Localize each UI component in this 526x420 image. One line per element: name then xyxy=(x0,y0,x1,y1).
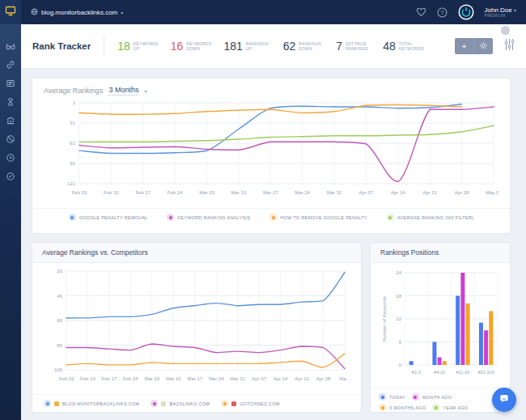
domain-selector[interactable]: blog.monitorbacklinks.com ▾ xyxy=(31,8,123,17)
svg-text:1: 1 xyxy=(73,100,76,105)
chat-button[interactable] xyxy=(492,388,516,412)
stat-label: RANKINGS UP xyxy=(246,41,270,52)
legend-item[interactable]: TODAY xyxy=(379,393,405,401)
link-icon[interactable] xyxy=(6,59,16,70)
legend-item[interactable]: BLOG.MONITORBACKLINKS.COM xyxy=(44,400,139,407)
block-icon[interactable] xyxy=(6,134,16,144)
legend-item[interactable]: GOOGLE PENALTY REMOVAL xyxy=(69,214,148,221)
svg-text:Mar 24: Mar 24 xyxy=(295,190,310,195)
svg-text:Apr 07: Apr 07 xyxy=(359,190,374,195)
avatar[interactable] xyxy=(458,4,474,20)
competitors-chart: Feb 03Feb 10Feb 17Feb 24Mar 03Mar 10Mar … xyxy=(32,263,361,394)
stat-value: 16 xyxy=(171,40,184,53)
stat-value: 62 xyxy=(283,40,296,53)
stat: 62RANKINGS DOWN xyxy=(283,40,324,53)
positions-chart: 06121824#1-3#4-10#11-30#31-100Number of … xyxy=(371,263,510,388)
button-group: + xyxy=(455,38,493,54)
svg-text:106: 106 xyxy=(54,367,63,372)
stat: 71ST PAGE RANKINGS xyxy=(336,40,370,53)
chevron-down-icon: ▾ xyxy=(121,10,123,15)
svg-text:Feb 17: Feb 17 xyxy=(135,190,151,195)
chat-bubble-icon xyxy=(498,392,511,408)
help-icon[interactable]: ? xyxy=(437,7,448,18)
stat-value: 7 xyxy=(336,40,342,53)
filters-icon[interactable] xyxy=(504,38,515,54)
site-favicon-icon xyxy=(54,401,59,406)
svg-text:?: ? xyxy=(440,10,443,16)
average-rankings-chart: Feb 03Feb 10Feb 17Feb 24Mar 03Mar 10Mar … xyxy=(32,96,510,208)
svg-text:Mar 10: Mar 10 xyxy=(166,376,181,381)
topbar: blog.monitorbacklinks.com ▾ ? xyxy=(0,0,526,24)
stat-label: RANKINGS DOWN xyxy=(299,41,323,52)
clock-icon[interactable] xyxy=(6,152,16,163)
positions-panel: Rankings Positions 06121824#1-3#4-10#11-… xyxy=(370,242,511,413)
svg-text:18: 18 xyxy=(396,294,401,299)
svg-text:#4-10: #4-10 xyxy=(434,370,445,375)
stat: 16KEYWORDS DOWN xyxy=(171,40,211,53)
stat-label: KEYWORDS UP xyxy=(134,41,158,52)
svg-text:Mar 24: Mar 24 xyxy=(209,376,224,381)
page-title: Rank Tracker xyxy=(32,41,91,51)
panel-title: Average Rankings xyxy=(44,87,103,95)
svg-text:May 05: May 05 xyxy=(486,190,498,195)
legend-item[interactable]: AVERAGE RANKING (NO FILTER) xyxy=(387,214,473,221)
svg-text:0: 0 xyxy=(399,363,402,367)
series-dot-icon xyxy=(221,400,228,407)
legend-label: KEYWORD RANKING ANALYSIS xyxy=(177,215,250,220)
svg-text:Apr 28: Apr 28 xyxy=(316,376,331,381)
svg-text:91: 91 xyxy=(70,161,75,166)
svg-text:#11-30: #11-30 xyxy=(456,370,470,375)
compass-icon[interactable] xyxy=(6,171,16,181)
svg-text:Apr 14: Apr 14 xyxy=(391,190,405,195)
panel-title: Rankings Positions xyxy=(371,243,510,263)
svg-text:24: 24 xyxy=(396,270,401,275)
svg-text:12: 12 xyxy=(396,316,401,321)
legend-item[interactable]: 3 MONTHS AGO xyxy=(379,404,426,411)
stat-value: 18 xyxy=(117,40,130,53)
content: Rank Tracker 18KEYWORDS UP16KEYWORDS DOW… xyxy=(21,24,526,420)
legend-label: GOOGLE PENALTY REMOVAL xyxy=(79,215,148,220)
competitors-panel: Average Rankings vs. Competitors Feb 03F… xyxy=(32,242,362,413)
divider xyxy=(104,35,104,57)
reports-icon[interactable] xyxy=(6,78,16,88)
svg-text:Feb 10: Feb 10 xyxy=(104,190,119,195)
legend-label: AVERAGE RANKING (NO FILTER) xyxy=(397,215,473,220)
legend-item[interactable]: YEAR AGO xyxy=(432,404,468,411)
stat-value: 48 xyxy=(383,40,396,53)
user-menu[interactable]: John Doe ▾ PREMIUM xyxy=(485,6,517,19)
series-dot-icon xyxy=(379,393,386,401)
stat-label: TOTAL KEYWORDS xyxy=(399,41,423,52)
legend-label: 3 MONTHS AGO xyxy=(389,405,426,410)
hourglass-icon[interactable] xyxy=(6,96,16,107)
svg-text:#31-100: #31-100 xyxy=(478,370,494,375)
legend-label: BACKLINKO.COM xyxy=(169,401,210,406)
legend-item[interactable]: HOW TO REMOVE GOOGLE PENALTY xyxy=(269,214,367,221)
settings-button[interactable] xyxy=(473,38,493,54)
stats-row: 18KEYWORDS UP16KEYWORDS DOWN181RANKINGS … xyxy=(117,40,422,53)
average-rankings-legend: GOOGLE PENALTY REMOVALKEYWORD RANKING AN… xyxy=(32,208,510,226)
topbar-right: ? John Doe ▾ PREMIUM xyxy=(416,4,517,20)
series-dot-icon xyxy=(269,214,277,221)
add-keyword-button[interactable]: + xyxy=(455,38,473,54)
svg-text:Mar 31: Mar 31 xyxy=(230,376,245,381)
range-dropdown[interactable]: 3 Months xyxy=(108,86,138,95)
series-dot-icon xyxy=(412,393,419,401)
user-plan: PREMIUM xyxy=(485,14,517,19)
legend-item[interactable]: BACKLINKO.COM xyxy=(151,400,210,407)
header-actions: + xyxy=(455,38,515,54)
svg-text:31: 31 xyxy=(70,121,75,125)
heart-icon[interactable] xyxy=(416,7,426,17)
legend-item[interactable]: GOTCHSEO.COM xyxy=(221,400,279,407)
help-badge[interactable] xyxy=(501,26,510,35)
app-logo[interactable] xyxy=(0,0,21,24)
bank-icon[interactable] xyxy=(6,115,16,125)
legend-item[interactable]: MONTH AGO xyxy=(412,393,452,401)
legend-item[interactable]: KEYWORD RANKING ANALYSIS xyxy=(167,214,250,221)
series-dot-icon xyxy=(44,400,51,407)
sidebar xyxy=(0,24,21,420)
svg-text:26: 26 xyxy=(57,269,62,274)
stat: 48TOTAL KEYWORDS xyxy=(383,40,423,53)
glasses-icon[interactable] xyxy=(6,40,16,51)
chevron-down-icon: ▾ xyxy=(144,88,146,94)
positions-legend: TODAYMONTH AGO3 MONTHS AGOYEAR AGO xyxy=(371,388,510,416)
